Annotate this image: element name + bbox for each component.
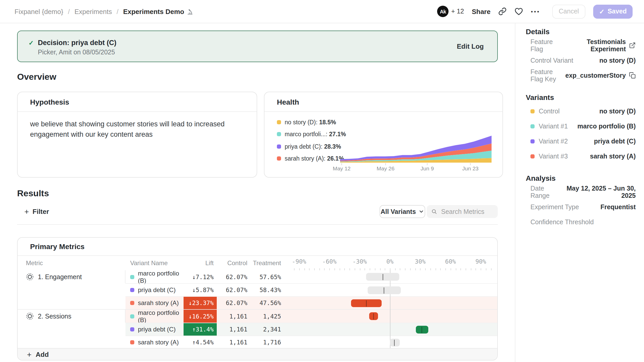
breadcrumb-project[interactable]: Fixpanel {demo} [15,8,63,15]
legend-item: sarah story (A): 26.1% [277,156,346,161]
sidebar-row: Feature Flag Keyexp_customerStory [526,68,636,83]
sidebar-value-text: Testimonials Experiment [562,38,626,53]
variant-name: priya debt (C) [138,286,176,294]
variant-color-chip [130,288,134,292]
favorite-heart-icon[interactable] [514,7,523,16]
legend-color-chip [277,120,281,124]
check-icon: ✓ [29,39,34,47]
lift-cell: ↑4.54% [184,336,217,349]
sidebar-label-text: Date Range [530,185,561,199]
ci-ruler-tick [420,268,421,270]
sidebar-label-text: Variant #1 [539,122,568,130]
search-icon [431,208,437,215]
copy-link-icon[interactable] [498,7,507,16]
sidebar-label-text: Control [539,107,560,115]
health-card: Health no story (D): 18.5%marco portfoli… [264,92,503,178]
details-sidebar: Details Feature FlagTestimonials Experim… [515,23,644,362]
ci-ruler-tick [400,268,401,270]
hypothesis-text: we believe that showing customer stories… [30,119,248,139]
collaborator-count[interactable]: + 12 [451,8,464,15]
metrics-table-header: Metric Variant Name Lift Control Treatme… [18,256,497,270]
ci-cell [281,310,497,323]
sidebar-row: Feature FlagTestimonials Experiment [526,38,636,53]
ci-mean-tick [384,287,384,293]
external-link-icon[interactable] [629,42,636,49]
table-row[interactable]: sarah story (A)↓23.37%62.07%47.56% [125,296,497,309]
sidebar-label-text: Variant #2 [539,137,568,145]
ci-ruler-tick [360,268,360,270]
col-header-treatment: Treatment [247,256,281,270]
ci-cell [281,270,497,283]
ci-axis-label: 90% [475,256,486,268]
legend-value: 28.3% [324,143,341,149]
treatment-value: 1,425 [247,310,281,323]
divider [17,224,498,225]
variants-dropdown[interactable]: All Variants [380,205,425,218]
cancel-button[interactable]: Cancel [552,4,585,18]
sidebar-value-text: marco portfolio (B) [577,122,636,130]
ci-cell [281,336,497,349]
breadcrumb: Fixpanel {demo} / Experiments / Experime… [0,8,193,15]
control-value: 1,161 [217,323,247,336]
sidebar-label-text: Experiment Type [530,203,579,211]
chevron-down-icon [418,209,424,214]
variant-cell: marco portfolio (B) [125,310,184,323]
lift-cell: ↓7.12% [184,270,217,283]
edit-log-link[interactable]: Edit Log [457,42,484,50]
table-row[interactable]: priya debt (C)↓5.87%62.07%58.43% [125,283,497,296]
sidebar-row-value: exp_customerStory [565,72,636,79]
sidebar-label-text: Confidence Threshold [530,218,594,226]
search-metrics-input[interactable] [440,207,493,216]
add-filter-button[interactable]: + Filter [24,205,49,218]
control-value: 1,161 [217,310,247,323]
table-row[interactable]: priya debt (C)↑31.4%1,1612,341 [125,323,497,336]
avatar[interactable]: Ak [437,6,449,17]
copy-wrapper[interactable] [629,72,636,79]
table-row[interactable]: marco portfolio (B)↓7.12%62.07%57.65% [125,270,497,283]
copy-icon[interactable] [629,72,636,79]
table-row[interactable]: marco portfolio (B)↓16.25%1,1611,425 [125,310,497,323]
health-area-chart: May 12May 26Jun 9Jun 23 [340,136,492,171]
page-title: Experiments Demo [123,8,184,15]
sidebar-value-text: no story (D) [599,107,636,115]
variant-cell: priya debt (C) [125,323,184,336]
share-button[interactable]: Share [472,8,491,15]
sidebar-row-label: Feature Flag Key [526,68,565,83]
sidebar-row: Variant #1marco portfolio (B) [526,119,636,134]
variants-dropdown-value: All Variants [381,208,416,215]
metrics-table-body: 1. Engagementmarco portfolio (B)↓7.12%62… [18,270,497,349]
legend-color-chip [277,156,281,161]
table-row[interactable]: sarah story (A)↑4.54%1,1611,716 [125,336,497,349]
more-menu-icon[interactable]: ••• [531,9,540,14]
add-metric-button[interactable]: + Add [18,348,497,360]
metric-cell: 1. Engagement [18,270,125,283]
external-link-wrapper[interactable] [629,42,636,49]
treatment-value: 2,341 [247,323,281,336]
control-value: 62.07% [217,297,247,309]
legend-label: priya debt (C): 28.3% [285,143,341,149]
ci-ruler-tick [355,268,355,270]
top-actions: Ak + 12 Share ••• Cancel ✓ Saved [437,4,644,18]
lift-cell: ↑31.4% [184,323,217,336]
variant-color-chip [530,109,535,113]
ci-ruler-tick [471,268,471,270]
plus-icon: + [27,350,32,359]
ci-ruler-tick [380,268,380,270]
decision-subtitle: Picker, Amit on 08/05/2025 [38,49,115,56]
ci-ruler-tick [319,268,320,270]
ci-ruler-tick [309,268,310,270]
ci-ruler-tick [405,268,405,270]
sidebar-row-label: Variant #3 [526,153,568,160]
treatment-value: 47.56% [247,297,281,309]
saved-button[interactable]: ✓ Saved [593,4,633,18]
variant-cell: sarah story (A) [125,336,184,349]
main-content: ✓ Decision: priya debt (C) Picker, Amit … [0,23,515,362]
analysis-rows: Date RangeMay 12, 2025 – Jun 30, 2025Exp… [526,184,636,229]
ci-ruler-tick [299,268,300,270]
ci-ruler-tick [314,268,315,270]
sidebar-row-value: priya debt (C) [594,137,636,145]
sidebar-row-value: no story (D) [599,107,636,115]
sidebar-row-label: Variant #2 [526,137,568,145]
legend-color-chip [277,144,281,148]
breadcrumb-experiments[interactable]: Experiments [74,8,112,15]
